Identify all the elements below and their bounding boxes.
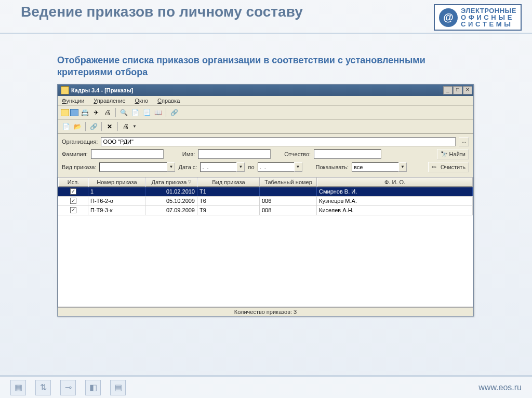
tool-plane-icon[interactable]: ✈	[91, 107, 101, 118]
header-tabnum[interactable]: Табельный номер	[260, 177, 317, 187]
tool-doc2-icon[interactable]: 📃	[141, 107, 152, 118]
org-label: Организация:	[62, 139, 98, 145]
header-number[interactable]: Номер приказа	[88, 177, 145, 187]
tool-card-yellow-icon[interactable]	[61, 109, 69, 116]
window-title: Кадры 3.4 - [Приказы]	[71, 87, 443, 93]
close-button[interactable]: ✕	[463, 86, 472, 94]
firstname-label: Имя:	[182, 151, 195, 157]
toolbar-separator	[101, 122, 102, 131]
toolbar-separator	[166, 108, 166, 117]
chevron-down-icon[interactable]: ▼	[167, 162, 175, 172]
toolbar-primary: 📇 ✈ 🖨 🔍 📄 📃 📖 🔗	[58, 106, 473, 120]
header-type[interactable]: Вид приказа	[197, 177, 260, 187]
table-row[interactable]: ✓П-Т9-3-к07.09.2009Т9008Киселев А.Н.	[58, 206, 473, 215]
footer-icon-2: ⇅	[35, 380, 51, 395]
tool-catalog-icon[interactable]: 📖	[153, 107, 163, 118]
order-type-combo[interactable]: ▼	[99, 162, 175, 172]
slide-footer: ▦ ⇅ ⊸ ◧ ▤ www.eos.ru	[0, 375, 532, 398]
toolbar-secondary: 📄 📂 🔗 ✕ 🖨 ▼	[58, 120, 473, 134]
grid-header: Исп. Номер приказа Дата приказа▽ Вид при…	[58, 177, 473, 187]
cell-date: 05.10.2009	[145, 197, 197, 205]
header-fio[interactable]: Ф. И. О.	[317, 177, 473, 187]
menubar: Функции Управление Окно Справка	[58, 96, 473, 106]
toolbar-separator	[117, 122, 118, 131]
tool-delete-icon[interactable]: ✕	[104, 121, 115, 132]
org-browse-button[interactable]: …	[459, 137, 469, 146]
menu-help[interactable]: Справка	[155, 97, 182, 104]
cell-type: Т1	[197, 187, 260, 196]
checkbox-icon[interactable]: ✓	[70, 198, 76, 204]
checkbox-icon[interactable]: ✓	[70, 207, 76, 213]
patronymic-input[interactable]	[314, 149, 381, 159]
tool-print-icon[interactable]: 🖨	[102, 107, 113, 118]
tool-book-icon[interactable]: 📇	[79, 107, 90, 118]
checkbox-icon[interactable]: ✓	[70, 188, 76, 195]
find-button[interactable]: 🔭 Найти	[437, 149, 469, 159]
date-to-input[interactable]	[258, 162, 294, 172]
maximize-button[interactable]: □	[453, 86, 462, 94]
footer-icon-5: ▤	[110, 380, 126, 395]
cell-date: 07.09.2009	[145, 206, 197, 215]
date-to-label: по	[248, 164, 254, 170]
show-input[interactable]	[352, 162, 398, 172]
date-from-input[interactable]	[200, 162, 236, 172]
slide-title: Ведение приказов по личному составу	[21, 4, 303, 20]
menu-functions[interactable]: Функции	[60, 97, 86, 104]
cell-date: 01.02.2010	[145, 187, 197, 196]
footer-icon-4: ◧	[85, 380, 101, 395]
chevron-down-icon[interactable]: ▼	[294, 162, 302, 172]
header-isp[interactable]: Исп.	[58, 177, 88, 187]
cell-tabnum: 006	[260, 197, 317, 205]
orders-grid: Исп. Номер приказа Дата приказа▽ Вид при…	[58, 177, 473, 307]
chevron-down-icon[interactable]: ▼	[398, 162, 407, 172]
tool-open-icon[interactable]: 📂	[72, 121, 83, 132]
lastname-input[interactable]	[91, 149, 164, 159]
find-button-label: Найти	[449, 151, 466, 157]
tool-card-blue-icon[interactable]	[70, 109, 78, 116]
show-combo[interactable]: ▼	[352, 162, 407, 172]
chevron-down-icon[interactable]: ▼	[236, 162, 245, 172]
tool-doc1-icon[interactable]: 📄	[130, 107, 140, 118]
tool-attach-icon[interactable]: 🔗	[88, 121, 99, 132]
menu-manage[interactable]: Управление	[91, 97, 127, 104]
org-input[interactable]	[101, 137, 456, 146]
titlebar[interactable]: Кадры 3.4 - [Приказы] _ □ ✕	[58, 85, 473, 96]
header-date[interactable]: Дата приказа▽	[145, 177, 197, 187]
toolbar-separator	[85, 122, 86, 131]
table-row[interactable]: ✓101.02.2010Т1Смирнов В. И.	[58, 187, 473, 197]
firstname-input[interactable]	[198, 149, 271, 159]
tool-new-icon[interactable]: 📄	[61, 121, 71, 132]
menu-window[interactable]: Окно	[133, 97, 151, 104]
toolbar-separator	[115, 108, 116, 117]
order-type-label: Вид приказа:	[62, 164, 96, 170]
date-to-combo[interactable]: ▼	[258, 162, 302, 172]
cell-tabnum	[260, 187, 317, 196]
tool-print2-icon[interactable]: 🖨	[121, 121, 131, 132]
cell-number: 1	[88, 187, 145, 196]
show-label: Показывать:	[316, 164, 349, 170]
order-type-input[interactable]	[99, 162, 167, 172]
cell-fio: Смирнов В. И.	[317, 187, 473, 196]
footer-url: www.eos.ru	[478, 383, 522, 392]
date-from-label: Дата с:	[178, 164, 197, 170]
date-from-combo[interactable]: ▼	[200, 162, 245, 172]
sort-desc-icon: ▽	[188, 180, 191, 184]
app-window: Кадры 3.4 - [Приказы] _ □ ✕ Функции Упра…	[57, 84, 474, 317]
slide-subtitle: Отображение списка приказов организации …	[57, 54, 475, 79]
cell-number: П-Т6-2-о	[88, 197, 145, 205]
cell-type: Т6	[197, 197, 260, 205]
tool-print-dropdown-icon[interactable]: ▼	[132, 124, 137, 129]
grid-body: ✓101.02.2010Т1Смирнов В. И.✓П-Т6-2-о05.1…	[58, 187, 473, 307]
minimize-button[interactable]: _	[443, 86, 453, 94]
table-row[interactable]: ✓П-Т6-2-о05.10.2009Т6006Кузнецов М.А.	[58, 197, 473, 206]
footer-icon-3: ⊸	[60, 380, 76, 395]
app-icon	[61, 86, 69, 94]
tool-search-icon[interactable]: 🔍	[118, 107, 129, 118]
cell-tabnum: 008	[260, 206, 317, 215]
clear-button-label: Очистить	[441, 164, 466, 170]
tool-link-icon[interactable]: 🔗	[169, 107, 179, 118]
cell-number: П-Т9-3-к	[88, 206, 145, 215]
clear-button[interactable]: ✏ Очистить	[428, 162, 469, 172]
binoculars-icon: 🔭	[441, 151, 448, 157]
eraser-icon: ✏	[432, 164, 439, 170]
